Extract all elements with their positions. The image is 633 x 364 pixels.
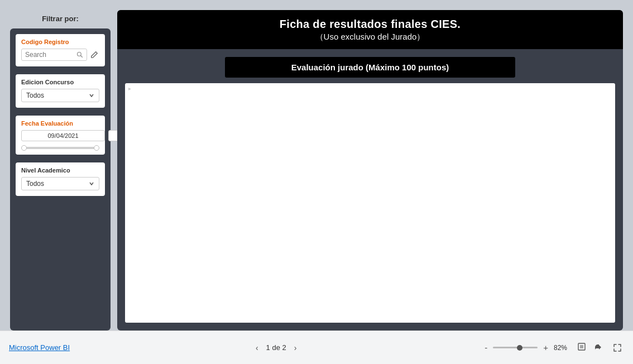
- fullscreen-icon: [613, 343, 622, 352]
- subtitle-text: Uso exclusivo del Jurado: [324, 32, 417, 41]
- zoom-plus-button[interactable]: +: [541, 343, 550, 352]
- svg-rect-3: [580, 345, 583, 348]
- fit-screen-button[interactable]: [575, 342, 588, 353]
- eval-corner-mark: ▸: [128, 85, 131, 92]
- fullscreen-button[interactable]: [611, 343, 624, 352]
- report-title: Ficha de resultados finales CIES.: [128, 18, 612, 31]
- fecha-evaluacion-label: Fecha Evaluación: [21, 120, 99, 127]
- zoom-slider-thumb: [517, 345, 522, 351]
- filter-group-fecha-evaluacion: Fecha Evaluación: [16, 116, 105, 155]
- prev-page-button[interactable]: ‹: [252, 341, 262, 355]
- codigo-registro-label: Codigo Registro: [21, 39, 99, 45]
- svg-line-1: [81, 56, 83, 58]
- eval-header: Evaluación jurado (Máximo 100 puntos): [225, 57, 515, 78]
- chevron-down-icon-2: [89, 181, 94, 186]
- range-thumb-right[interactable]: [94, 145, 99, 151]
- zoom-percent: 82%: [554, 344, 572, 352]
- sidebar-panel: Codigo Registro: [10, 28, 111, 331]
- report-subtitle: （Uso exclusivo del Jurado）: [128, 32, 612, 42]
- edit-icon: [90, 51, 98, 59]
- subtitle-close-paren: ）: [416, 32, 425, 41]
- eval-content-area: ▸: [125, 83, 615, 323]
- share-icon: [594, 343, 603, 352]
- edicion-concurso-label: Edicion Concurso: [21, 79, 99, 85]
- filter-label: Filtrar por:: [10, 10, 111, 28]
- pagination-area: ‹ 1 de 2 ›: [252, 341, 300, 355]
- page-info: 1 de 2: [266, 343, 286, 352]
- zoom-slider[interactable]: [493, 347, 538, 348]
- filter-group-codigo-registro: Codigo Registro: [16, 34, 105, 66]
- share-button[interactable]: [592, 343, 605, 352]
- nivel-academico-label: Nivel Academico: [21, 167, 99, 174]
- main-content: Ficha de resultados finales CIES. （Uso e…: [117, 10, 623, 331]
- bottom-right-icons: [592, 343, 624, 352]
- bottom-bar: Microsoft Power BI ‹ 1 de 2 › - + 82%: [0, 331, 633, 364]
- subtitle-open-paren: （: [315, 32, 324, 41]
- zoom-minus-button[interactable]: -: [482, 343, 490, 352]
- powerbi-link[interactable]: Microsoft Power BI: [9, 343, 70, 352]
- search-input[interactable]: [25, 51, 76, 59]
- search-icon: [76, 51, 83, 58]
- search-row: [21, 49, 99, 61]
- filter-group-nivel-academico: Nivel Academico Todos: [16, 162, 105, 196]
- filter-group-edicion-concurso: Edicion Concurso Todos: [16, 74, 105, 108]
- zoom-area: - + 82%: [482, 342, 624, 353]
- date-from-input[interactable]: [21, 130, 105, 141]
- edicion-concurso-value: Todos: [26, 92, 89, 99]
- search-input-wrapper[interactable]: [21, 49, 87, 61]
- edit-icon-button[interactable]: [89, 50, 99, 60]
- chevron-down-icon: [89, 93, 94, 98]
- report-header: Ficha de resultados finales CIES. （Uso e…: [117, 10, 623, 49]
- nivel-academico-value: Todos: [26, 180, 89, 188]
- range-thumb-left[interactable]: [21, 145, 27, 151]
- date-range-row: [21, 130, 99, 141]
- fit-screen-icon: [577, 342, 586, 351]
- nivel-academico-select[interactable]: Todos: [21, 177, 99, 190]
- next-page-button[interactable]: ›: [291, 341, 300, 355]
- sidebar: Filtrar por: Codigo Registro: [10, 10, 111, 331]
- edicion-concurso-select[interactable]: Todos: [21, 89, 99, 102]
- report-body: Evaluación jurado (Máximo 100 puntos) ▸: [117, 49, 623, 331]
- report-container: Filtrar por: Codigo Registro: [0, 0, 633, 331]
- date-range-slider[interactable]: [21, 147, 99, 149]
